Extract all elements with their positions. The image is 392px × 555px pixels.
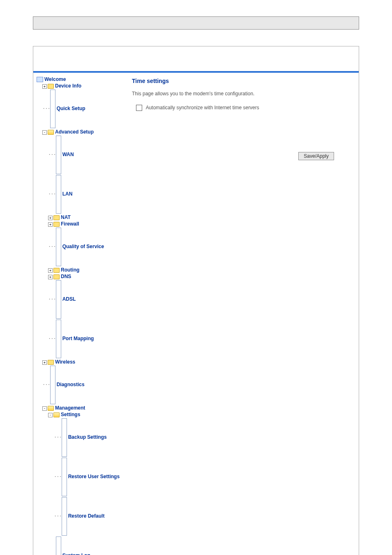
tree-welcome[interactable]: Welcome <box>36 76 126 83</box>
page-icon <box>56 136 61 174</box>
folder-open-icon <box>48 406 54 411</box>
folder-icon <box>53 268 60 273</box>
page-icon <box>56 280 61 319</box>
tree-restore-user[interactable]: ···Restore User Settings <box>53 457 126 497</box>
tree-qos[interactable]: ···Quality of Service <box>47 227 126 267</box>
tree-quick-setup[interactable]: ···Quick Setup <box>42 89 126 129</box>
expand-icon[interactable]: + <box>42 84 47 89</box>
page-icon <box>62 497 67 536</box>
tree-lan[interactable]: ···LAN <box>47 175 126 214</box>
page-icon <box>56 175 61 214</box>
tree-port-mapping[interactable]: ···Port Mapping <box>47 319 126 359</box>
doc-header-bar <box>33 16 359 30</box>
root-icon <box>37 77 43 82</box>
folder-open-icon <box>53 412 60 417</box>
folder-open-icon <box>48 130 54 135</box>
folder-icon <box>48 84 54 89</box>
page-title: Time settings <box>132 78 350 84</box>
auto-sync-label: Automatically synchronize with Internet … <box>146 105 259 111</box>
banner-area <box>33 46 359 73</box>
tree-diagnostics[interactable]: ···Diagnostics <box>42 365 126 405</box>
tree-system-log[interactable]: ···System Log <box>47 536 126 555</box>
tree-routing[interactable]: +Routing <box>47 267 126 273</box>
collapse-icon[interactable]: - <box>42 406 47 411</box>
tree-restore-default[interactable]: ···Restore Default <box>53 497 126 536</box>
page-icon <box>56 228 61 266</box>
tree-nat[interactable]: +NAT <box>47 214 126 221</box>
expand-icon[interactable]: + <box>48 275 53 279</box>
expand-icon[interactable]: + <box>48 222 53 227</box>
page-icon <box>50 366 55 404</box>
page-icon <box>56 537 61 555</box>
save-apply-button[interactable]: Save/Apply <box>298 152 334 160</box>
expand-icon[interactable]: + <box>48 216 53 220</box>
collapse-icon[interactable]: - <box>42 130 47 135</box>
tree-management[interactable]: -Management <box>42 405 126 411</box>
tree-wan[interactable]: ···WAN <box>47 135 126 175</box>
folder-icon <box>48 360 54 365</box>
folder-icon <box>53 222 60 227</box>
screenshot-time-unchecked: Welcome +Device Info ···Quick Setup -Adv… <box>33 46 359 555</box>
auto-sync-checkbox[interactable] <box>136 105 142 111</box>
tree-backup[interactable]: ···Backup Settings <box>53 418 126 457</box>
folder-icon <box>53 274 60 279</box>
collapse-icon[interactable]: - <box>48 413 53 417</box>
page-desc: This page allows you to the modem's time… <box>132 91 350 97</box>
folder-icon <box>53 215 60 220</box>
tree-wireless[interactable]: +Wireless <box>42 359 126 365</box>
tree-dns[interactable]: +DNS <box>47 273 126 280</box>
content-panel-1: Time settings This page allows you to th… <box>128 73 359 555</box>
page-icon <box>50 90 55 128</box>
page-icon <box>62 458 67 496</box>
page-icon <box>56 320 61 358</box>
expand-icon[interactable]: + <box>48 268 53 273</box>
nav-tree: Welcome +Device Info ···Quick Setup -Adv… <box>33 73 128 555</box>
tree-advanced-setup[interactable]: -Advanced Setup <box>42 129 126 135</box>
expand-icon[interactable]: + <box>42 360 47 365</box>
tree-settings[interactable]: -Settings <box>47 411 126 418</box>
tree-device-info[interactable]: +Device Info <box>42 83 126 89</box>
tree-firewall[interactable]: +Firewall <box>47 221 126 227</box>
tree-adsl[interactable]: ···ADSL <box>47 280 126 319</box>
page-icon <box>62 418 67 457</box>
